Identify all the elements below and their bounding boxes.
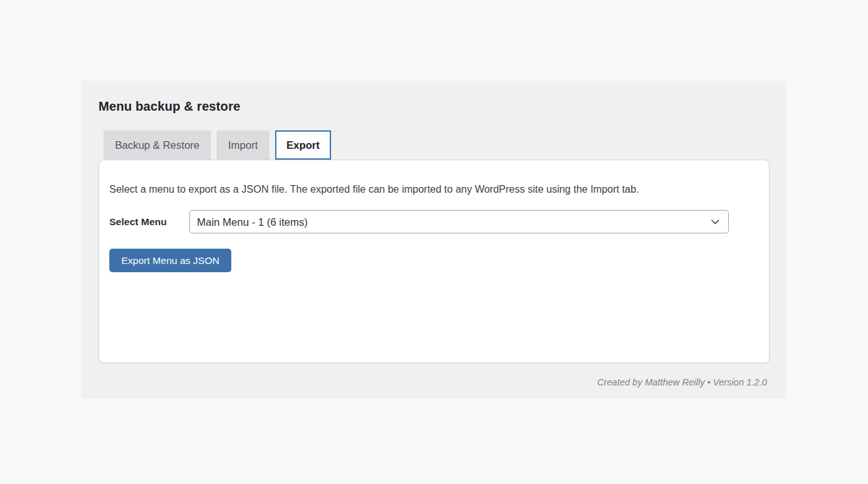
menu-select-wrapper: Main Menu - 1 (6 items)	[189, 210, 729, 233]
tab-bar: Backup & Restore Import Export	[104, 130, 770, 160]
select-menu-label: Select Menu	[109, 216, 189, 228]
tab-backup-restore[interactable]: Backup & Restore	[104, 130, 211, 160]
select-menu-row: Select Menu Main Menu - 1 (6 items)	[109, 210, 759, 233]
export-menu-json-button[interactable]: Export Menu as JSON	[109, 249, 231, 272]
plugin-credit: Created by Matthew Reilly • Version 1.2.…	[98, 377, 770, 387]
menu-select[interactable]: Main Menu - 1 (6 items)	[189, 210, 729, 233]
tab-export[interactable]: Export	[275, 130, 331, 160]
export-description: Select a menu to export as a JSON file. …	[109, 182, 759, 197]
plugin-admin-container: Menu backup & restore Backup & Restore I…	[82, 81, 786, 399]
export-panel: Select a menu to export as a JSON file. …	[98, 160, 770, 363]
page-title: Menu backup & restore	[98, 97, 770, 115]
tab-import[interactable]: Import	[217, 130, 269, 160]
